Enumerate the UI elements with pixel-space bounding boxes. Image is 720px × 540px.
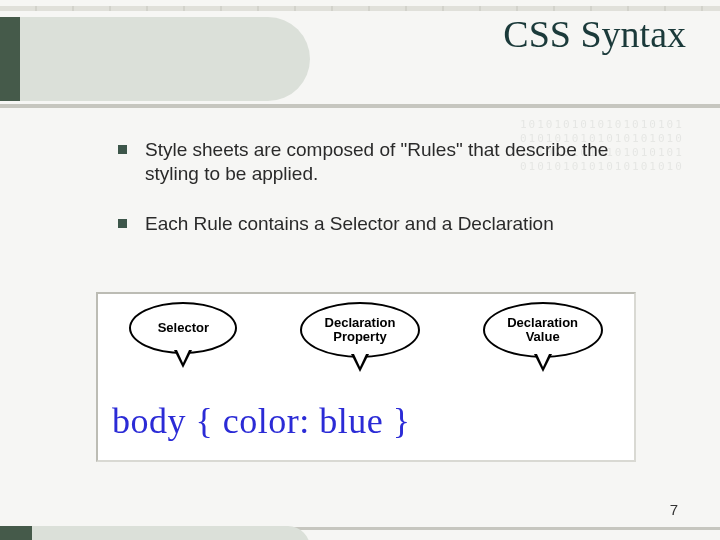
bullet-item: Style sheets are composed of "Rules" tha… <box>118 138 658 186</box>
callout-declaration-value: Declaration Value <box>483 302 603 358</box>
css-rule-diagram: Selector Declaration Property Declaratio… <box>96 292 636 462</box>
css-code-example: body { color: blue } <box>112 400 411 442</box>
speech-tail-icon <box>534 354 552 372</box>
footer-accent-shape <box>0 526 310 540</box>
callout-label: Selector <box>158 321 209 335</box>
callout-row: Selector Declaration Property Declaratio… <box>98 302 634 384</box>
page-number: 7 <box>670 501 678 518</box>
speech-tail-icon <box>174 350 192 368</box>
slide-body: Style sheets are composed of "Rules" tha… <box>118 138 658 261</box>
bullet-icon <box>118 145 127 154</box>
bullet-item: Each Rule contains a Selector and a Decl… <box>118 212 658 236</box>
slide-title: CSS Syntax <box>336 14 686 55</box>
speech-tail-icon <box>351 354 369 372</box>
slide: CSS Syntax 1010101010101010101 010101010… <box>0 0 720 540</box>
footer-band <box>0 524 720 540</box>
bullet-text: Style sheets are composed of "Rules" tha… <box>145 138 658 186</box>
title-accent-shape <box>0 17 310 101</box>
callout-label: Declaration Property <box>310 316 410 345</box>
bullet-icon <box>118 219 127 228</box>
callout-declaration-property: Declaration Property <box>300 302 420 358</box>
bullet-text: Each Rule contains a Selector and a Decl… <box>145 212 554 236</box>
callout-selector: Selector <box>129 302 237 354</box>
callout-label: Declaration Value <box>493 316 593 345</box>
